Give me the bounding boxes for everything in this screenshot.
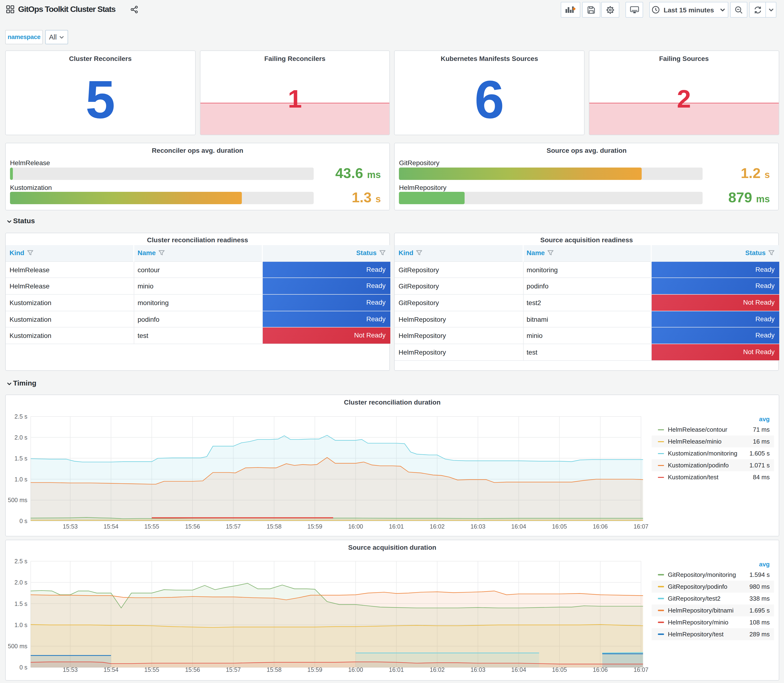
svg-text:15:53: 15:53	[63, 666, 78, 673]
svg-text:16:00: 16:00	[348, 666, 363, 673]
svg-text:16:07: 16:07	[633, 666, 649, 673]
svg-text:16:06: 16:06	[593, 523, 608, 530]
svg-text:2.5 s: 2.5 s	[14, 413, 27, 420]
svg-text:16:04: 16:04	[511, 666, 526, 673]
svg-text:16:07: 16:07	[633, 523, 649, 530]
svg-text:16:06: 16:06	[593, 666, 608, 673]
svg-text:16:02: 16:02	[430, 523, 445, 530]
svg-text:500 ms: 500 ms	[8, 643, 27, 649]
svg-text:16:03: 16:03	[471, 666, 486, 673]
svg-text:2.0 s: 2.0 s	[14, 579, 27, 585]
svg-text:16:02: 16:02	[430, 666, 445, 673]
svg-text:15:57: 15:57	[226, 666, 241, 673]
svg-text:1.0 s: 1.0 s	[14, 476, 27, 483]
svg-text:16:05: 16:05	[552, 666, 567, 673]
svg-text:15:59: 15:59	[308, 523, 322, 530]
svg-text:15:58: 15:58	[266, 523, 282, 530]
svg-text:0 s: 0 s	[19, 518, 27, 524]
svg-text:2.0 s: 2.0 s	[14, 434, 27, 441]
svg-text:0 s: 0 s	[19, 664, 27, 670]
svg-text:1.5 s: 1.5 s	[14, 455, 27, 462]
svg-text:15:59: 15:59	[308, 666, 322, 673]
svg-text:16:05: 16:05	[552, 523, 567, 530]
svg-text:15:53: 15:53	[63, 523, 78, 530]
svg-text:15:54: 15:54	[104, 523, 119, 530]
svg-text:16:00: 16:00	[348, 523, 363, 530]
svg-text:15:58: 15:58	[266, 666, 282, 673]
svg-text:15:55: 15:55	[144, 666, 159, 673]
svg-text:16:01: 16:01	[389, 523, 404, 530]
svg-text:1.0 s: 1.0 s	[14, 621, 27, 628]
svg-text:2.5 s: 2.5 s	[14, 558, 27, 564]
svg-text:16:03: 16:03	[471, 523, 486, 530]
svg-text:15:57: 15:57	[226, 523, 241, 530]
svg-text:500 ms: 500 ms	[8, 497, 27, 503]
svg-text:15:56: 15:56	[185, 666, 200, 673]
svg-text:15:54: 15:54	[104, 666, 119, 673]
svg-text:16:01: 16:01	[389, 666, 404, 673]
svg-text:16:04: 16:04	[511, 523, 526, 530]
svg-text:15:56: 15:56	[185, 523, 200, 530]
svg-text:15:55: 15:55	[144, 523, 159, 530]
svg-text:1.5 s: 1.5 s	[14, 600, 27, 607]
